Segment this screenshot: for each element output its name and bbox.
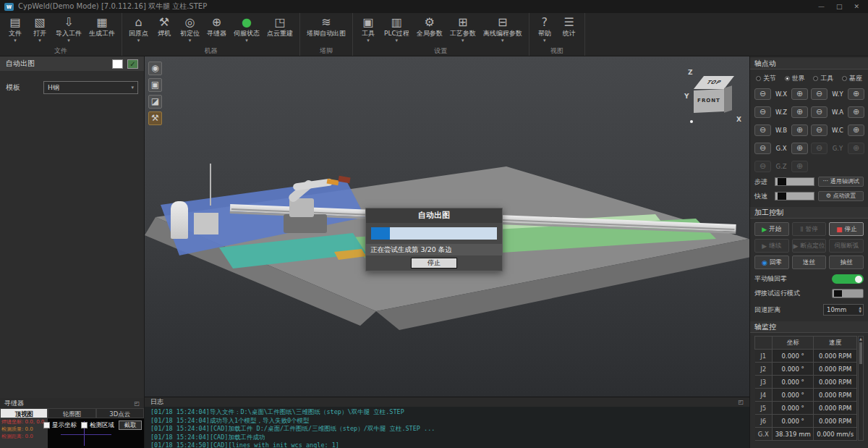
control-button-label: 伺服断弧 bbox=[834, 242, 859, 250]
color-swatch[interactable] bbox=[112, 59, 123, 69]
monitor-speed-cell: 0.000 RPM bbox=[814, 376, 857, 389]
ribbon-button-离线编程参数[interactable]: ⊟离线编程参数▾ bbox=[480, 14, 526, 44]
tab-3D点云[interactable]: 3D点云 bbox=[96, 408, 144, 418]
checkbox-检测区域[interactable]: 检测区域 bbox=[81, 421, 114, 430]
ribbon-button-帮助[interactable]: ?帮助▾ bbox=[532, 14, 557, 44]
control-button-label: 回零 bbox=[770, 258, 782, 267]
spinner-arrows-icon[interactable]: ▲▼ bbox=[859, 306, 863, 313]
expand-icon[interactable]: ◰ bbox=[134, 400, 140, 407]
checkbox-显示坐标[interactable]: 显示坐标 bbox=[43, 421, 77, 430]
jog-plus-button-W.Y[interactable]: ⊕ bbox=[848, 88, 864, 100]
jog-minus-button-W.A[interactable]: ⊖ bbox=[811, 106, 827, 118]
section-view-icon[interactable]: ◪ bbox=[148, 95, 162, 109]
retreat-distance-spinner[interactable]: 10mm ▲▼ bbox=[823, 304, 864, 316]
monitor-speed-cell: 0.000 RPM bbox=[814, 350, 857, 363]
ribbon-button-塔脚自动出图[interactable]: ≋塔脚自动出图 bbox=[303, 14, 349, 44]
auto-draw-title: 自动出图 bbox=[6, 59, 35, 69]
control-box bbox=[194, 213, 218, 234]
control-button-抽丝[interactable]: 抽丝 bbox=[829, 255, 864, 269]
step-slider[interactable] bbox=[775, 177, 814, 186]
monitor-coord-cell: 0.000 ° bbox=[773, 350, 814, 363]
tab-轮廓图[interactable]: 轮廓图 bbox=[48, 408, 95, 418]
axis-debug-button[interactable]: ··· 通用轴调试 bbox=[818, 177, 864, 187]
ribbon-button-label: 离线编程参数 bbox=[483, 30, 522, 38]
iso-view-icon[interactable]: ▣ bbox=[148, 78, 162, 92]
monitor-row-J3: J30.000 °0.000 RPM bbox=[755, 376, 857, 389]
jog-plus-button-W.Z[interactable]: ⊕ bbox=[791, 106, 808, 118]
toggle-switch-平动轴回零[interactable] bbox=[832, 274, 864, 284]
axis-x-label: X bbox=[736, 116, 741, 123]
ribbon-button-全局参数[interactable]: ⚙全局参数 bbox=[413, 14, 446, 44]
measure-icon[interactable]: ⚒ bbox=[148, 111, 162, 125]
jog-mode-基座[interactable]: 基座 bbox=[842, 74, 862, 83]
capture-button[interactable]: 截取 bbox=[119, 420, 142, 430]
monitor-scrollbar[interactable]: ▲ bbox=[858, 336, 864, 441]
minimize-button[interactable]: — bbox=[818, 3, 825, 10]
ribbon-button-导入工件[interactable]: ⇩导入工件▾ bbox=[52, 14, 85, 44]
axis-column-header bbox=[755, 337, 773, 350]
jog-minus-button-G.X[interactable]: ⊖ bbox=[754, 143, 771, 154]
seam-overlay-readouts: 焊缝坐标: 0.0, 0.0检测质量: 0.0检测距离: 0.0 bbox=[1, 419, 44, 439]
navigation-cube[interactable]: TOP FRONT Z Y X bbox=[681, 65, 742, 127]
jog-axis-G.Z: ⊖G.Z⊕ bbox=[754, 161, 808, 172]
jog-mode-工具[interactable]: 工具 bbox=[813, 74, 833, 83]
jog-minus-button-W.X[interactable]: ⊖ bbox=[754, 88, 771, 100]
import-workpiece-icon: ⇩ bbox=[64, 15, 73, 30]
jog-plus-button-G.X[interactable]: ⊕ bbox=[791, 143, 808, 154]
ribbon-button-初定位[interactable]: ◎初定位▾ bbox=[176, 14, 203, 44]
jog-plus-button-W.B[interactable]: ⊕ bbox=[791, 124, 808, 136]
chevron-down-icon: ▾ bbox=[396, 38, 399, 43]
ribbon-button-寻缝器[interactable]: ⊕寻缝器 bbox=[203, 14, 230, 44]
toggle-switch-焊接试运行模式[interactable] bbox=[832, 289, 864, 298]
ribbon-button-PLC过程[interactable]: ▥PLC过程▾ bbox=[380, 14, 413, 44]
ribbon-button-点云重建[interactable]: ◳点云重建 bbox=[263, 14, 297, 44]
monitor-axis-cell: G.X bbox=[755, 428, 773, 441]
jog-plus-button-W.C[interactable]: ⊕ bbox=[848, 124, 864, 136]
template-select[interactable]: H钢 ▾ bbox=[43, 81, 138, 94]
ribbon-button-回原点[interactable]: ⌂回原点▾ bbox=[125, 14, 152, 44]
control-button-label: 继续 bbox=[769, 242, 781, 250]
auto-draw-progress-dialog: 自动出图 正在尝试生成第 3/20 条边 停止 bbox=[365, 208, 503, 271]
close-button[interactable]: ✕ bbox=[854, 3, 859, 10]
ribbon-button-工艺参数[interactable]: ⊞工艺参数▾ bbox=[446, 14, 480, 44]
fast-slider[interactable] bbox=[775, 192, 814, 200]
control-button-开始[interactable]: ▶开始 bbox=[754, 222, 789, 236]
control-button-label: 暂停 bbox=[806, 225, 818, 234]
jog-plus-button-W.A[interactable]: ⊕ bbox=[848, 106, 864, 118]
stop-dialog-button[interactable]: 停止 bbox=[411, 258, 457, 269]
jog-mode-世界[interactable]: 世界 bbox=[785, 74, 805, 83]
jog-axis-label: W.Z bbox=[773, 109, 789, 116]
jog-plus-button-W.X[interactable]: ⊕ bbox=[791, 88, 808, 100]
jog-minus-button-W.B[interactable]: ⊖ bbox=[754, 124, 771, 136]
jog-minus-button-W.Z[interactable]: ⊖ bbox=[754, 106, 771, 118]
log-expand-icon[interactable]: ◰ bbox=[738, 399, 744, 405]
log-entries[interactable]: [01/18 15:24:04]导入文件：D:\桌面\工件图纸\三维图纸（ste… bbox=[145, 407, 749, 448]
fit-view-icon[interactable]: ◉ bbox=[148, 62, 162, 75]
toolbox-icon: ▣ bbox=[362, 15, 373, 30]
jog-minus-button-W.Y[interactable]: ⊖ bbox=[811, 88, 827, 100]
nav-cube-front-face[interactable]: FRONT bbox=[694, 89, 724, 113]
nav-cube-right-face[interactable] bbox=[724, 85, 732, 113]
control-button-送丝[interactable]: 送丝 bbox=[792, 255, 827, 269]
tab-顶视图[interactable]: 顶视图 bbox=[0, 408, 48, 418]
ribbon-button-打开[interactable]: ▧打开▾ bbox=[27, 14, 52, 44]
jog-mode-label: 关节 bbox=[763, 74, 776, 83]
ribbon-button-统计[interactable]: ☰统计 bbox=[557, 14, 582, 44]
jog-settings-button[interactable]: ⚙ 点动设置 bbox=[818, 191, 864, 201]
jog-mode-关节[interactable]: 关节 bbox=[756, 74, 776, 83]
jog-minus-button-W.C[interactable]: ⊖ bbox=[811, 124, 827, 136]
auto-draw-checkbox[interactable]: ✓ bbox=[127, 59, 138, 69]
axis-y-label: Y bbox=[684, 93, 689, 100]
3d-viewport[interactable]: ◉▣◪⚒ TOP FRONT Z Y X 自动出图 正在尝试生成第 3/20 条… bbox=[145, 56, 749, 397]
开始-icon: ▶ bbox=[762, 226, 767, 233]
scroll-up-icon[interactable]: ▲ bbox=[859, 337, 863, 341]
ribbon-button-工具[interactable]: ▣工具▾ bbox=[356, 14, 380, 44]
ribbon-button-生成工件[interactable]: ▦生成工件 bbox=[85, 14, 119, 44]
ribbon-button-焊机[interactable]: ⚒焊机 bbox=[152, 14, 176, 44]
maximize-button[interactable]: □ bbox=[836, 3, 843, 10]
control-button-停止[interactable]: ■停止 bbox=[829, 222, 864, 236]
ribbon-button-伺服状态[interactable]: ●伺服状态▾ bbox=[230, 14, 263, 44]
monitor-coord-cell: 0.000 ° bbox=[773, 376, 814, 389]
control-button-回零[interactable]: ◉回零 bbox=[754, 255, 789, 269]
ribbon-button-文件[interactable]: ▤文件▾ bbox=[3, 14, 27, 44]
